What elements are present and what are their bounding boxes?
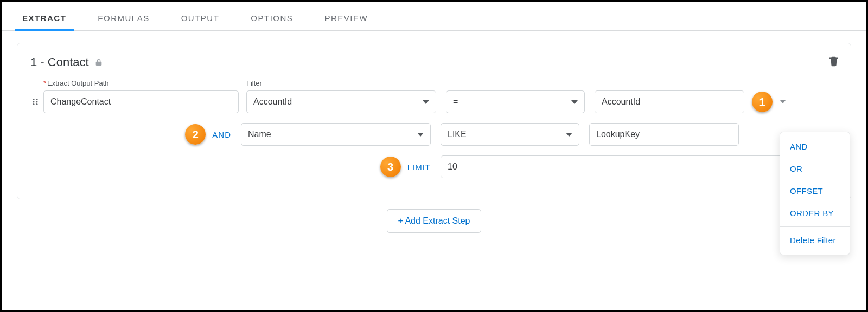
- filter-menu-delete[interactable]: Delete Filter: [780, 229, 850, 251]
- tab-output[interactable]: OUTPUT: [174, 7, 227, 30]
- callout-3: 3: [380, 157, 401, 177]
- callout-1: 1: [752, 92, 773, 112]
- extract-output-path-label: *Extract Output Path: [43, 79, 239, 87]
- caret-down-icon: [566, 133, 572, 136]
- extract-step-panel: 1 - Contact *Extract Output Path Filter …: [17, 43, 851, 199]
- add-extract-step-button[interactable]: + Add Extract Step: [387, 209, 482, 233]
- svg-point-3: [36, 101, 38, 103]
- step-header: 1 - Contact: [30, 55, 838, 69]
- filter-operator-select-2[interactable]: LIKE: [441, 123, 579, 146]
- filter-menu-and[interactable]: AND: [780, 135, 850, 158]
- tab-formulas[interactable]: FORMULAS: [90, 7, 157, 30]
- callout-2: 2: [185, 124, 206, 145]
- filter-row-2: 2 AND Name LIKE LookupKey: [30, 123, 838, 146]
- tab-extract[interactable]: EXTRACT: [15, 7, 74, 30]
- filter-operator-select-1[interactable]: =: [446, 90, 585, 113]
- tab-options[interactable]: OPTIONS: [243, 7, 301, 30]
- filter-menu-or[interactable]: OR: [780, 158, 850, 180]
- filter-labels-row: *Extract Output Path Filter: [43, 79, 838, 90]
- svg-point-1: [36, 99, 38, 100]
- add-step-row: + Add Extract Step: [2, 209, 866, 233]
- limit-input[interactable]: 10: [441, 155, 816, 178]
- filter-field-select-1[interactable]: AccountId: [246, 90, 436, 113]
- menu-divider: [780, 226, 850, 227]
- svg-point-0: [33, 99, 35, 100]
- svg-point-2: [33, 101, 35, 103]
- drag-handle-icon[interactable]: [30, 97, 40, 107]
- filter-row-1: ChangeContact AccountId = AccountId 1: [30, 90, 838, 113]
- lock-icon: [94, 58, 103, 67]
- filter-value-input-1[interactable]: AccountId: [595, 90, 744, 113]
- svg-point-4: [33, 103, 35, 105]
- trash-icon[interactable]: [828, 55, 840, 67]
- tab-preview[interactable]: PREVIEW: [317, 7, 375, 30]
- filter-options-menu: AND OR OFFSET ORDER BY Delete Filter: [780, 132, 850, 255]
- filter-value-input-2[interactable]: LookupKey: [589, 123, 739, 146]
- filter-menu-order-by[interactable]: ORDER BY: [780, 202, 850, 224]
- filter-joiner-and[interactable]: AND: [212, 130, 231, 139]
- tab-bar: EXTRACT FORMULAS OUTPUT OPTIONS PREVIEW: [2, 2, 866, 31]
- limit-row: 3 LIMIT 10: [30, 155, 838, 178]
- filter-field-select-2[interactable]: Name: [241, 123, 431, 146]
- svg-point-5: [36, 103, 38, 105]
- extract-output-path-input[interactable]: ChangeContact: [43, 90, 239, 113]
- filter-menu-offset[interactable]: OFFSET: [780, 180, 850, 202]
- caret-down-icon: [571, 100, 578, 104]
- app-frame: EXTRACT FORMULAS OUTPUT OPTIONS PREVIEW …: [0, 0, 868, 312]
- caret-down-icon: [417, 133, 424, 136]
- caret-down-icon: [423, 100, 429, 104]
- filter-label: Filter: [246, 79, 436, 87]
- limit-label: LIMIT: [407, 162, 431, 172]
- filter-row-menu-toggle[interactable]: [780, 100, 786, 103]
- step-title: 1 - Contact: [30, 55, 89, 69]
